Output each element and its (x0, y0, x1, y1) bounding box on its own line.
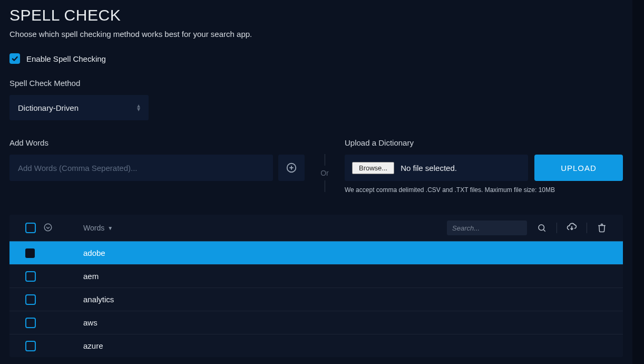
column-header-words[interactable]: Words ▼ (83, 224, 113, 232)
column-header-label: Words (83, 224, 104, 232)
row-checkbox[interactable] (25, 271, 36, 282)
dropdown-toggle[interactable] (43, 223, 53, 234)
table-header: Words ▼ (9, 215, 623, 241)
divider (325, 154, 325, 166)
select-all-checkbox[interactable] (25, 223, 36, 233)
check-icon (11, 55, 18, 62)
download-button[interactable] (567, 223, 577, 233)
table-search-input[interactable] (447, 221, 527, 235)
delete-button[interactable] (597, 223, 607, 233)
table-row[interactable]: aem (9, 264, 623, 288)
add-words-input[interactable] (9, 155, 273, 181)
table-row[interactable]: azure (9, 334, 623, 357)
divider (587, 223, 587, 233)
row-word: azure (83, 341, 103, 350)
row-word: adobe (83, 248, 105, 257)
enable-spellcheck-checkbox[interactable] (9, 53, 20, 64)
file-status: No file selected. (401, 164, 457, 173)
page-title: SPELL CHECK (9, 6, 623, 24)
svg-point-3 (44, 224, 52, 231)
method-label: Spell Check Method (9, 79, 623, 88)
plus-circle-icon (286, 162, 297, 174)
divider (325, 180, 325, 192)
sort-desc-icon: ▼ (108, 225, 113, 231)
search-button[interactable] (536, 223, 547, 233)
chevron-updown-icon: ▴▾ (137, 104, 140, 111)
row-word: aws (83, 318, 97, 327)
add-words-button[interactable] (278, 155, 305, 181)
enable-spellcheck-label: Enable Spell Checking (26, 54, 106, 63)
page-subtitle: Choose which spell checking method works… (9, 30, 623, 39)
row-word: aem (83, 272, 99, 281)
chevron-down-circle-icon (43, 223, 53, 232)
table-row[interactable]: aws (9, 311, 623, 334)
upload-button[interactable]: UPLOAD (534, 155, 623, 181)
add-words-label: Add Words (9, 138, 305, 147)
table-row[interactable]: analytics (9, 288, 623, 311)
method-select-value: Dictionary-Driven (18, 103, 79, 112)
svg-line-5 (543, 229, 545, 231)
browse-button[interactable]: Browse... (352, 162, 394, 174)
upload-label: Upload a Dictionary (345, 138, 623, 147)
scrollbar-track[interactable] (632, 0, 644, 364)
file-field[interactable]: Browse... No file selected. (345, 155, 528, 181)
search-icon (537, 223, 547, 233)
svg-point-4 (539, 225, 544, 231)
cloud-download-icon (567, 223, 577, 233)
trash-icon (597, 223, 607, 233)
or-label: Or (320, 169, 329, 177)
row-checkbox[interactable] (25, 248, 35, 258)
method-select[interactable]: Dictionary-Driven ▴▾ (9, 95, 149, 120)
row-checkbox[interactable] (25, 294, 36, 305)
words-table: Words ▼ (9, 215, 623, 357)
row-checkbox[interactable] (25, 341, 36, 351)
upload-hint: We accept comma delimited .CSV and .TXT … (345, 186, 623, 194)
table-row[interactable]: adobe (9, 241, 623, 264)
row-word: analytics (83, 295, 114, 304)
divider (557, 223, 557, 233)
row-checkbox[interactable] (25, 318, 36, 328)
